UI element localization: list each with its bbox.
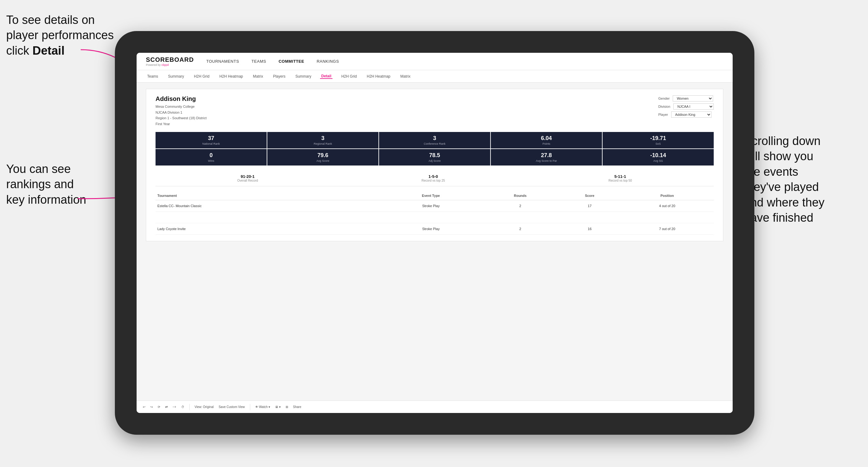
cell-event-type: Stroke Play (380, 200, 482, 212)
player-name: Addison King (156, 95, 207, 102)
annotation-right: Scrolling down will show you the events … (744, 133, 862, 225)
tab-summary2[interactable]: Summary (294, 74, 312, 79)
filter-player: Player Addison King (658, 112, 714, 118)
toolbar-swap[interactable]: ⇄ (165, 405, 168, 409)
division-select[interactable]: NJCAA I (673, 103, 714, 110)
cell-tournament: Estella CC- Mountain Classic (156, 200, 380, 212)
cell-score: 17 (559, 200, 621, 212)
cell-position: 7 out of 20 (621, 223, 714, 235)
stat-avg-sg: -10.14 Avg SG (602, 149, 714, 165)
nav-items: TOURNAMENTS TEAMS COMMITTEE RANKINGS (206, 59, 339, 64)
toolbar-redo[interactable]: ↪ (150, 405, 153, 409)
nav-tournaments[interactable]: TOURNAMENTS (206, 59, 239, 64)
record-top50: 5-11-1 Record vs top 50 (609, 174, 632, 182)
player-info-right: Gender Women Division NJCAA I (658, 95, 714, 127)
logo-text: SCOREBOARD (146, 56, 194, 63)
player-meta: Mesa Community College NJCAA Division 1 … (156, 104, 207, 127)
gender-select[interactable]: Women (673, 95, 713, 101)
table-row: Lady Coyote Invite Stroke Play 2 16 7 ou… (156, 223, 714, 235)
cell-score: 16 (559, 223, 621, 235)
bottom-toolbar: ↩ ↪ ⟳ ⇄ −+ ⏱ View: Original Save Custom … (136, 401, 733, 413)
toolbar-separator2 (250, 404, 250, 410)
record-overall: 91-20-1 Overall Record (237, 174, 258, 182)
stat-regional-rank: 3 Regional Rank (267, 132, 378, 148)
stat-wins: 0 Wins (156, 149, 267, 165)
cell-event-type (380, 212, 482, 223)
record-top25: 1-5-0 Record vs top 25 (422, 174, 445, 182)
cell-position: 4 out of 20 (621, 200, 714, 212)
nav-committee[interactable]: COMMITTEE (278, 59, 304, 64)
player-detail-panel: Addison King Mesa Community College NJCA… (146, 89, 723, 241)
tab-summary[interactable]: Summary (167, 74, 185, 79)
annotation-bottom-left: You can see rankings and key information (6, 161, 112, 208)
stats-grid-1: 37 National Rank 3 Regional Rank 3 Confe… (156, 132, 714, 148)
stat-avg-score: 79.6 Avg Score (267, 149, 378, 165)
filter-gender: Gender Women (658, 95, 714, 101)
stat-adj-score: 78.5 Adj Score (379, 149, 490, 165)
toolbar-separator (189, 404, 190, 410)
toolbar-screen[interactable]: 🖥 ▾ (275, 405, 281, 409)
col-rounds: Rounds (482, 191, 559, 200)
cell-tournament: Lady Coyote Invite (156, 223, 380, 235)
stat-conference-rank: 3 Conference Rank (379, 132, 490, 148)
toolbar-view-original[interactable]: View: Original (195, 405, 214, 409)
filter-division: Division NJCAA I (658, 103, 714, 110)
col-position: Position (621, 191, 714, 200)
tab-h2h-heatmap[interactable]: H2H Heatmap (218, 74, 244, 79)
toolbar-share[interactable]: Share (293, 405, 302, 409)
toolbar-watch[interactable]: 👁 Watch ▾ (255, 405, 270, 409)
tournament-table: Tournament Event Type Rounds Score Posit… (156, 191, 714, 235)
player-info-left: Addison King Mesa Community College NJCA… (156, 95, 207, 127)
stat-national-rank: 37 National Rank (156, 132, 267, 148)
tab-matrix[interactable]: Matrix (252, 74, 265, 79)
sub-nav: Teams Summary H2H Grid H2H Heatmap Matri… (136, 70, 733, 83)
tab-players[interactable]: Players (272, 74, 286, 79)
stat-points: 6.04 Points (491, 132, 602, 148)
cell-rounds: 2 (482, 200, 559, 212)
content-area: Addison King Mesa Community College NJCA… (136, 83, 733, 401)
tab-matrix2[interactable]: Matrix (399, 74, 412, 79)
cell-rounds (482, 212, 559, 223)
nav-teams[interactable]: TEAMS (251, 59, 266, 64)
annotation-top-left: To see details on player performances cl… (6, 12, 124, 58)
table-row: Estella CC- Mountain Classic Stroke Play… (156, 200, 714, 212)
col-event-type: Event Type (380, 191, 482, 200)
stat-avg-score-par: 27.8 Avg Score to Par (491, 149, 602, 165)
tab-h2h-grid2[interactable]: H2H Grid (340, 74, 358, 79)
toolbar-refresh[interactable]: ⟳ (158, 405, 160, 409)
stat-sos: -19.71 SoS (602, 132, 714, 148)
tab-teams[interactable]: Teams (146, 74, 159, 79)
cell-tournament (156, 212, 380, 223)
nav-rankings[interactable]: RANKINGS (317, 59, 339, 64)
toolbar-zoom[interactable]: −+ (173, 405, 176, 409)
player-select[interactable]: Addison King (671, 112, 712, 118)
cell-event-type: Stroke Play (380, 223, 482, 235)
logo-area: SCOREBOARD Powered by clippd (146, 56, 194, 66)
tab-detail[interactable]: Detail (320, 74, 333, 79)
records-section: 91-20-1 Overall Record 1-5-0 Record vs t… (156, 170, 714, 186)
top-nav: SCOREBOARD Powered by clippd TOURNAMENTS… (136, 53, 733, 70)
cell-score (559, 212, 621, 223)
cell-rounds: 2 (482, 223, 559, 235)
table-row (156, 212, 714, 223)
toolbar-undo[interactable]: ↩ (143, 405, 145, 409)
tablet-screen: SCOREBOARD Powered by clippd TOURNAMENTS… (136, 53, 733, 413)
tab-h2h-grid[interactable]: H2H Grid (193, 74, 211, 79)
stats-grid-2: 0 Wins 79.6 Avg Score 78.5 Adj Score 27.… (156, 149, 714, 165)
cell-position (621, 212, 714, 223)
tablet-frame: SCOREBOARD Powered by clippd TOURNAMENTS… (115, 31, 754, 435)
toolbar-save-custom[interactable]: Save Custom View (219, 405, 245, 409)
toolbar-grid[interactable]: ⊞ (286, 405, 288, 409)
col-tournament: Tournament (156, 191, 380, 200)
toolbar-timer[interactable]: ⏱ (181, 405, 184, 409)
logo-powered: Powered by clippd (146, 63, 194, 66)
player-header: Addison King Mesa Community College NJCA… (156, 95, 714, 127)
tab-h2h-heatmap2[interactable]: H2H Heatmap (365, 74, 392, 79)
col-score: Score (559, 191, 621, 200)
